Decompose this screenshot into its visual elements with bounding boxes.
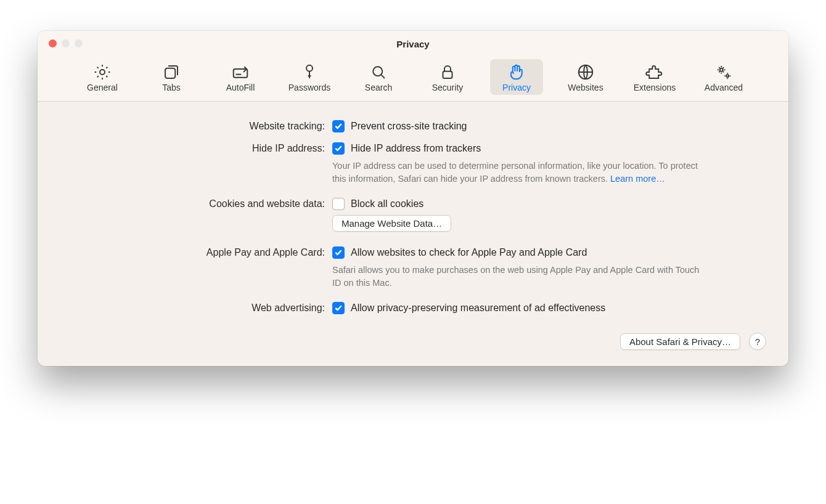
- key-icon: [300, 63, 319, 81]
- tab-general[interactable]: General: [76, 59, 129, 95]
- close-window-button[interactable]: [49, 39, 57, 47]
- hand-icon: [507, 63, 526, 81]
- checkbox-label: Hide IP address from trackers: [351, 143, 481, 154]
- tabs-icon: [162, 63, 181, 81]
- tab-websites[interactable]: Websites: [559, 59, 612, 95]
- learn-more-link[interactable]: Learn more…: [610, 174, 665, 184]
- minimize-window-button[interactable]: [62, 39, 70, 47]
- tab-autofill[interactable]: AutoFill: [214, 59, 267, 95]
- titlebar: Privacy: [38, 31, 788, 57]
- label-web-advertising: Web advertising:: [60, 302, 325, 314]
- tab-label: Websites: [568, 83, 603, 92]
- svg-rect-1: [165, 68, 175, 78]
- about-safari-privacy-button[interactable]: About Safari & Privacy…: [620, 333, 740, 350]
- checkbox-icon: [332, 142, 345, 155]
- tab-label: Extensions: [634, 83, 676, 92]
- preferences-window: Privacy General Tabs AutoFill Passw: [38, 31, 788, 366]
- checkbox-hide-ip-from-trackers[interactable]: Hide IP address from trackers: [332, 142, 702, 155]
- svg-point-8: [726, 75, 729, 77]
- checkbox-allow-ad-measurement[interactable]: Allow privacy-preserving measurement of …: [332, 302, 702, 314]
- tab-label: AutoFill: [226, 83, 255, 92]
- gears-icon: [714, 63, 733, 81]
- hide-ip-description: Your IP address can be used to determine…: [332, 160, 702, 185]
- checkbox-allow-apple-pay-check[interactable]: Allow websites to check for Apple Pay an…: [332, 246, 702, 259]
- checkbox-label: Block all cookies: [351, 198, 423, 209]
- svg-point-7: [720, 68, 723, 71]
- tab-label: Advanced: [705, 83, 743, 92]
- tab-label: General: [87, 83, 118, 92]
- window-controls: [49, 39, 83, 47]
- row-website-tracking: Website tracking: Prevent cross-site tra…: [60, 120, 766, 132]
- autofill-icon: [231, 63, 250, 81]
- checkbox-label: Allow websites to check for Apple Pay an…: [351, 247, 587, 258]
- tab-passwords[interactable]: Passwords: [283, 59, 336, 95]
- label-apple-pay: Apple Pay and Apple Card:: [60, 246, 325, 258]
- manage-website-data-button[interactable]: Manage Website Data…: [332, 215, 451, 232]
- tab-search[interactable]: Search: [352, 59, 405, 95]
- tab-tabs[interactable]: Tabs: [145, 59, 198, 95]
- lock-icon: [438, 63, 457, 81]
- label-website-tracking: Website tracking:: [60, 120, 325, 132]
- svg-rect-5: [443, 71, 452, 78]
- tab-label: Security: [432, 83, 464, 92]
- maximize-window-button[interactable]: [75, 39, 83, 47]
- checkbox-icon: [332, 198, 345, 210]
- footer: About Safari & Privacy… ?: [60, 327, 766, 350]
- svg-point-4: [373, 67, 382, 76]
- row-hide-ip: Hide IP address: Hide IP address from tr…: [60, 142, 766, 185]
- checkbox-label: Prevent cross-site tracking: [351, 121, 467, 132]
- row-cookies: Cookies and website data: Block all cook…: [60, 198, 766, 232]
- checkbox-icon: [332, 302, 345, 314]
- checkbox-block-all-cookies[interactable]: Block all cookies: [332, 198, 702, 210]
- label-hide-ip: Hide IP address:: [60, 142, 325, 154]
- checkbox-icon: [332, 120, 345, 132]
- search-icon: [369, 63, 388, 81]
- window-title: Privacy: [396, 39, 429, 49]
- svg-point-0: [100, 70, 105, 75]
- tab-label: Search: [365, 83, 392, 92]
- tab-advanced[interactable]: Advanced: [697, 59, 750, 95]
- checkbox-prevent-cross-site-tracking[interactable]: Prevent cross-site tracking: [332, 120, 702, 132]
- globe-icon: [576, 63, 595, 81]
- preferences-toolbar: General Tabs AutoFill Passwords Search: [38, 57, 788, 102]
- row-apple-pay: Apple Pay and Apple Card: Allow websites…: [60, 246, 766, 290]
- tab-label: Passwords: [288, 83, 330, 92]
- checkbox-icon: [332, 246, 345, 259]
- tab-privacy[interactable]: Privacy: [490, 59, 543, 95]
- checkbox-label: Allow privacy-preserving measurement of …: [351, 303, 605, 314]
- row-web-advertising: Web advertising: Allow privacy-preservin…: [60, 302, 766, 314]
- tab-security[interactable]: Security: [421, 59, 474, 95]
- gear-icon: [93, 63, 112, 81]
- puzzle-icon: [645, 63, 664, 81]
- help-button[interactable]: ?: [749, 333, 766, 350]
- svg-point-3: [306, 65, 313, 71]
- tab-label: Tabs: [162, 83, 181, 92]
- tab-label: Privacy: [502, 83, 531, 92]
- tab-extensions[interactable]: Extensions: [628, 59, 681, 95]
- apple-pay-description: Safari allows you to make purchases on t…: [332, 264, 702, 290]
- label-cookies: Cookies and website data:: [60, 198, 325, 209]
- privacy-pane: Website tracking: Prevent cross-site tra…: [38, 102, 788, 366]
